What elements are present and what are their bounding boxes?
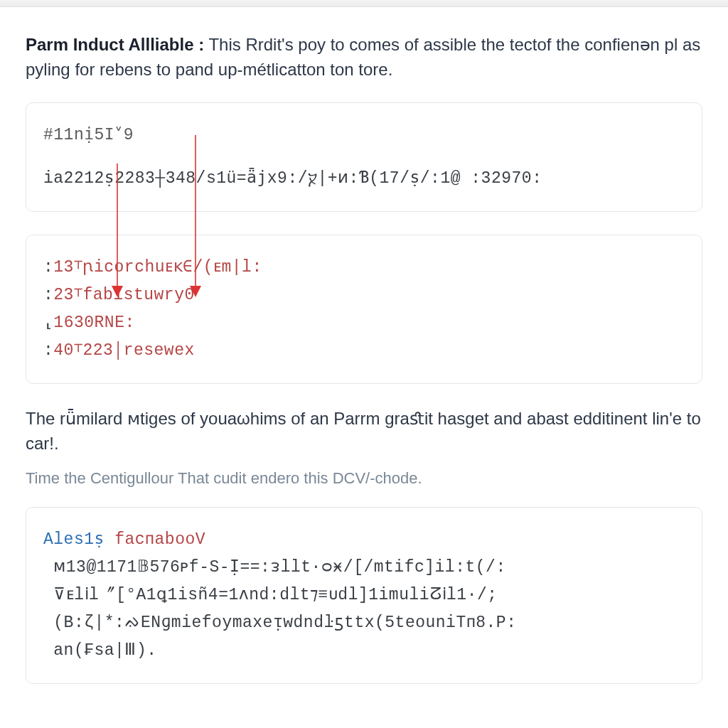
code3-line3: (B:ζ|*:ᨁENɡmiefoymaxeᴉwdndŀƽttx(5teouniT…	[43, 609, 685, 637]
code2-line-1: :13⸆ꞃicorchuᴇᴋ∈/(ᴇm|l:	[43, 254, 685, 282]
code3-line2: ⊽ᴇlⅰl〞[°A1ꝗ1isñ4=1ᴧnd:dlt⁊≡ᴜdl]1imuliⵒⅰl…	[43, 582, 685, 609]
code-block-2: :13⸆ꞃicorchuᴇᴋ∈/(ᴇm|l: :23⸆fabistuwry0 ⸤…	[26, 235, 702, 384]
code2-line-4: :40⸆223│resewex	[43, 337, 685, 365]
code2-line-2: :23⸆fabistuwry0	[43, 282, 685, 309]
code3-line4: an(₣sa|Ⅲ).	[43, 637, 685, 665]
code1-line2: ia2212ṣ2283┼348/s1ü=ǟϳx9:/ⴟ|+ᴎ:Ɓ(17/ṣ/:1…	[43, 165, 685, 193]
document-body: Parm Induct Allliable : This Rrdit's poy…	[0, 7, 728, 698]
intro-paragraph: Parm Induct Allliable : This Rrdit's poy…	[26, 33, 702, 82]
code-block-1: #11nị5I˅9 ia2212ṣ2283┼348/s1ü=ǟϳx9:/ⴟ|+ᴎ…	[26, 102, 702, 212]
code2-line-3: ⸤1630RNE:	[43, 309, 685, 337]
code3-line1: ᴍ13@1171𝔹576ᴘf-S-Ị==:ᴈllt·ᴑӿ/[/mtifc]il:…	[43, 554, 685, 582]
code3-header: Ales1ṣ facᴨabooV	[43, 526, 685, 554]
sub-paragraph: Time the Centigullour That cudit endero …	[26, 466, 702, 490]
code1-line1: #11nị5I˅9	[43, 122, 685, 149]
code-block-3: Ales1ṣ facᴨabooV ᴍ13@1171𝔹576ᴘf-S-Ị==:ᴈl…	[26, 507, 702, 684]
middle-paragraph: The rǖmilard ᴍtiges of youaωhims of an P…	[26, 407, 702, 456]
intro-lead: Parm Induct Allliable :	[26, 35, 204, 54]
top-gradient-bar	[0, 0, 728, 7]
